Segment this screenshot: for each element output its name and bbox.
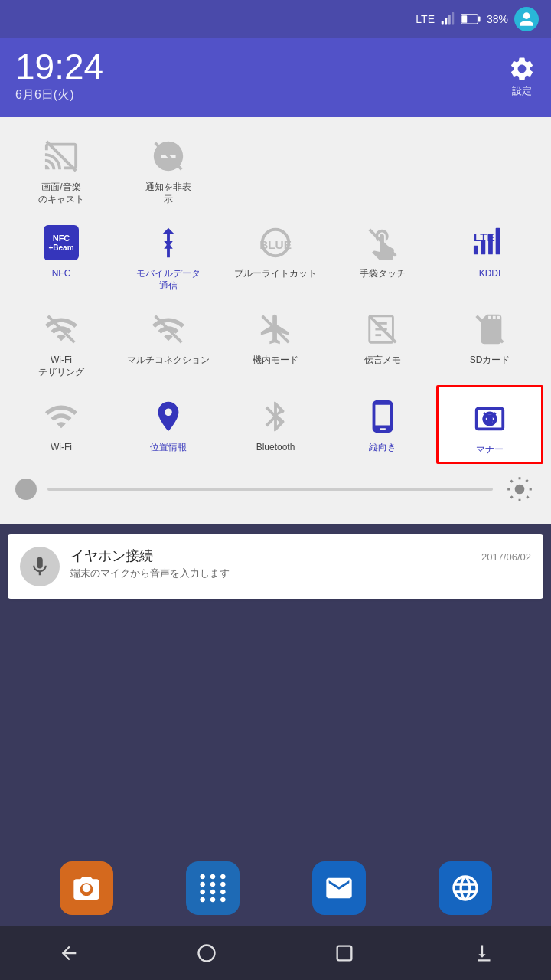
brightness-slider[interactable] [47, 488, 493, 491]
qs-wifi-tether[interactable]: Wi-Fi テザリング [8, 298, 115, 384]
qs-kddi-label: KDDI [479, 268, 501, 280]
wifi-tether-icon [44, 312, 79, 347]
svg-rect-2 [448, 15, 451, 25]
auto-brightness-button[interactable]: A [504, 473, 536, 505]
qs-cast-label: 画面/音楽 のキャスト [38, 181, 84, 205]
download-button[interactable] [471, 942, 493, 964]
status-icons: LTE 38% [416, 7, 539, 31]
qs-glove-label: 手袋タッチ [360, 268, 406, 280]
dock-camera[interactable] [60, 861, 113, 915]
qs-manner[interactable]: マナー [436, 385, 543, 465]
qs-portrait-label: 縦向き [369, 442, 396, 454]
qs-row1: 画面/音楽 のキャスト 通知を非表 示 [0, 125, 551, 211]
qs-mobiledata[interactable]: モバイルデータ 通信 [115, 211, 222, 298]
svg-point-29 [199, 946, 215, 962]
auto-brightness-icon: A [505, 475, 534, 504]
dock-email[interactable] [312, 861, 366, 915]
status-bar: LTE 38% [0, 0, 551, 38]
qs-multiconn[interactable]: マルチコネクション [115, 298, 222, 384]
multiconn-icon [151, 312, 186, 347]
sd-icon-wrap [469, 309, 510, 350]
glove-icon-wrap [362, 222, 403, 263]
avatar[interactable] [514, 7, 539, 31]
svg-rect-1 [445, 18, 447, 25]
qs-bluetooth-label: Bluetooth [256, 442, 295, 454]
qs-row2: NFC+Beam NFC モバイルデータ 通信 BLUE ブルーライトカット [0, 211, 551, 298]
qs-row4: Wi-Fi 位置情報 Bluetooth [0, 385, 551, 465]
qs-bluetooth[interactable]: Bluetooth [222, 385, 329, 465]
qs-row3: Wi-Fi テザリング マルチコネクション 機内モード [0, 298, 551, 384]
notif-body: 端末のマイクから音声を入力します [70, 567, 531, 580]
dnd-icon-wrap [148, 136, 189, 177]
mic-icon [28, 555, 51, 578]
qs-portrait[interactable]: 縦向き [329, 385, 436, 465]
svg-rect-0 [442, 21, 444, 24]
qs-sd[interactable]: SDカード [436, 298, 543, 384]
qs-manner-label: マナー [476, 444, 504, 456]
svg-text:BLUE: BLUE [259, 238, 292, 251]
bluelight-icon: BLUE [258, 225, 293, 260]
home-icon [196, 942, 217, 964]
wifi-icon-wrap [41, 396, 82, 437]
header: 19:24 6月6日(火) 設定 [0, 38, 551, 117]
qs-glove[interactable]: 手袋タッチ [329, 211, 436, 298]
signal-icon [441, 12, 455, 26]
qs-airplane-label: 機内モード [253, 354, 298, 367]
qs-denmemo-label: 伝言メモ [364, 354, 401, 367]
svg-rect-3 [452, 12, 454, 25]
qs-wifi-tether-label: Wi-Fi テザリング [38, 354, 84, 378]
kddi-icon: LTE [472, 225, 507, 260]
location-icon-wrap [148, 396, 189, 437]
qs-nfc[interactable]: NFC+Beam NFC [8, 211, 115, 298]
svg-rect-13 [474, 246, 478, 255]
svg-rect-15 [488, 234, 493, 255]
svg-point-27 [515, 485, 525, 495]
brightness-row: A [0, 464, 551, 508]
bluelight-icon-wrap: BLUE [255, 222, 296, 263]
svg-rect-6 [461, 15, 467, 23]
brightness-handle[interactable] [15, 479, 37, 500]
home-button[interactable] [196, 942, 217, 964]
battery-percentage: 38% [487, 13, 508, 25]
settings-button[interactable]: 設定 [508, 55, 536, 98]
qs-mobiledata-label: モバイルデータ 通信 [136, 268, 201, 292]
qs-kddi[interactable]: LTE KDDI [436, 211, 543, 298]
globe-icon [450, 873, 481, 903]
signal-indicator: LTE [416, 13, 435, 25]
qs-cast[interactable]: 画面/音楽 のキャスト [8, 125, 115, 211]
qs-location[interactable]: 位置情報 [115, 385, 222, 465]
portrait-icon-wrap [362, 396, 403, 437]
notif-content: イヤホン接続 2017/06/02 端末のマイクから音声を入力します [70, 547, 531, 580]
qs-location-label: 位置情報 [150, 442, 187, 454]
date: 6月6日(火) [15, 87, 103, 103]
svg-rect-5 [478, 17, 481, 22]
qs-denmemo[interactable]: 伝言メモ [329, 298, 436, 384]
back-button[interactable] [58, 942, 80, 964]
cast-icon [44, 139, 79, 174]
notification-panel[interactable]: イヤホン接続 2017/06/02 端末のマイクから音声を入力します [8, 534, 543, 599]
qs-dnd[interactable]: 通知を非表 示 [115, 125, 222, 211]
recents-button[interactable] [334, 942, 355, 964]
gear-icon [508, 55, 536, 83]
svg-text:A: A [517, 502, 522, 504]
svg-rect-30 [337, 946, 352, 961]
qs-nfc-label: NFC [52, 268, 71, 280]
dock-dialpad[interactable] [186, 861, 240, 915]
wifi-icon [44, 399, 79, 434]
dock-browser[interactable] [439, 861, 492, 915]
cast-icon-wrap [41, 136, 82, 177]
qs-airplane[interactable]: 機内モード [222, 298, 329, 384]
qs-bluelight[interactable]: BLUE ブルーライトカット [222, 211, 329, 298]
multiconn-icon-wrap [148, 309, 189, 350]
qs-dnd-label: 通知を非表 示 [145, 181, 191, 205]
qs-wifi[interactable]: Wi-Fi [8, 385, 115, 465]
sd-icon [472, 312, 507, 347]
bluetooth-icon [258, 399, 293, 434]
denmemo-icon [365, 312, 400, 347]
manner-icon [472, 401, 507, 436]
navigation-bar [0, 926, 551, 980]
clock: 19:24 [15, 49, 103, 84]
dock-area [0, 850, 551, 926]
qs-bluelight-label: ブルーライトカット [234, 268, 317, 280]
settings-label: 設定 [512, 84, 532, 98]
